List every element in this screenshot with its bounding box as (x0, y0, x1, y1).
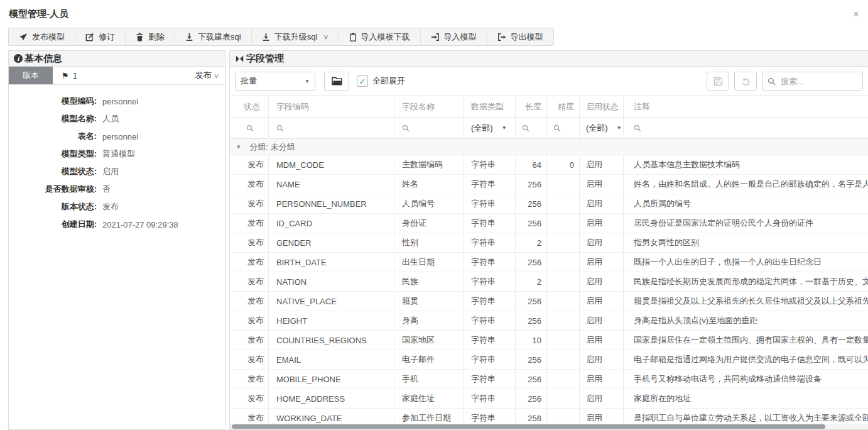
column-header-precision[interactable]: 精度 (547, 96, 580, 117)
table-row[interactable]: 发布 BIRTH_DATE 出生日期 字符串 256 启用 既指一个人出生的日子… (230, 253, 868, 272)
cell-field-name: 籍贯 (394, 292, 464, 311)
expand-all-checkbox[interactable]: ✓ 全部展开 (357, 75, 405, 87)
cell-field-name: 人员编号 (394, 194, 464, 213)
group-row-ungrouped[interactable]: ▾ 分组: 未分组 (230, 139, 868, 155)
info-field-value: 启用 (102, 166, 119, 177)
column-header-field-name[interactable]: 字段名称 (394, 96, 464, 117)
cell-enabled-status: 启用 (580, 233, 624, 252)
cell-comment: 身高是指从头顶点(v)至地面的垂距 (624, 311, 868, 330)
filter-precision[interactable] (547, 118, 580, 138)
table-row[interactable]: 发布 GENDER 性别 字符串 2 启用 指男女两性的区别 (230, 233, 868, 253)
filter-length[interactable] (516, 118, 547, 138)
download-icon (262, 33, 270, 41)
cell-comment: 手机号又称移动电话号，共同构成移动通信终端设备 (624, 370, 868, 389)
filter-enabled-status-select[interactable]: (全部) ▼ (580, 118, 624, 138)
cell-comment: 居民身份证是国家法定的证明公民个人身份的证件 (624, 214, 868, 233)
model-info-fields: 模型编码: personnel 模型名称: 人员 表名: personnel (9, 85, 225, 233)
cell-field-name: 主数据编码 (394, 155, 464, 174)
import-template-download-button[interactable]: 导入模板下载 (339, 28, 421, 45)
fields-icon (235, 55, 244, 63)
export-model-button[interactable]: 导出模型 (487, 28, 553, 45)
column-header-data-type[interactable]: 数据类型 (464, 96, 516, 117)
column-header-status[interactable]: 状态 (230, 96, 269, 117)
tab-version[interactable]: 版本 (9, 67, 53, 84)
cell-length: 256 (516, 253, 547, 272)
cell-field-name: 国家地区 (394, 331, 464, 350)
cell-field-name: 电子邮件 (394, 350, 464, 369)
delete-button[interactable]: 删除 (126, 28, 175, 45)
column-header-enabled-status[interactable]: 启用状态 (580, 96, 624, 117)
import-template-download-label: 导入模板下载 (361, 31, 410, 43)
table-row[interactable]: 发布 NATION 民族 字符串 2 启用 民族是指经长期历史发展而形成的稳定共… (230, 272, 868, 292)
cell-field-name: 手机 (394, 370, 464, 389)
folder-button[interactable] (324, 72, 349, 91)
column-header-comment[interactable]: 注释 (624, 96, 868, 117)
info-row: 模型类型: 普通模型 (9, 145, 225, 163)
cell-length: 256 (516, 389, 547, 408)
table-row[interactable]: 发布 HEIGHT 身高 字符串 256 启用 身高是指从头顶点(v)至地面的垂… (230, 311, 868, 331)
table-row[interactable]: 发布 PERSONNEL_NUMBER 人员编号 字符串 256 启用 人员所属… (230, 194, 868, 214)
cell-field-code: MDM_CODE (269, 155, 394, 174)
close-icon[interactable]: × (853, 9, 859, 19)
filter-field-code[interactable] (269, 118, 394, 138)
publish-model-button[interactable]: 发布模型 (9, 28, 75, 45)
chevron-down-icon: ∨ (213, 72, 219, 79)
table-row[interactable]: 发布 NATIVE_PLACE 籍贯 字符串 256 启用 籍贯是指祖父及以上父… (230, 292, 868, 311)
filter-status[interactable] (230, 118, 269, 138)
column-header-length[interactable]: 长度 (516, 96, 547, 117)
cell-comment: 民族是指经长期历史发展而形成的稳定共同体，一群基于历史、文化 (624, 272, 868, 291)
export-model-label: 导出模型 (511, 31, 543, 43)
horizontal-scrollbar-thumb[interactable] (232, 424, 825, 429)
download-icon (185, 33, 193, 41)
undo-icon (741, 77, 751, 86)
table-row[interactable]: 发布 EMAIL 电子邮件 字符串 256 启用 电子邮箱是指通过网络为用户提供… (230, 350, 868, 370)
caret-down-icon: ▼ (617, 125, 622, 131)
info-field-label: 模型类型: (9, 148, 97, 160)
revise-label: 修订 (99, 31, 115, 43)
horizontal-scrollbar[interactable] (230, 424, 868, 429)
undo-button[interactable] (734, 72, 757, 91)
cell-comment: 家庭所在的地址 (624, 389, 868, 408)
download-upgrade-sql-button[interactable]: 下载升级sql ∨ (252, 28, 339, 45)
field-management-title: 字段管理 (246, 53, 284, 65)
filter-data-type-select[interactable]: (全部) ▼ (464, 118, 516, 138)
column-header-field-code[interactable]: 字段编码 (269, 96, 394, 117)
table-row[interactable]: 发布 ID_CARD 身份证 字符串 256 启用 居民身份证是国家法定的证明公… (230, 214, 868, 233)
filter-field-name[interactable] (394, 118, 464, 138)
cell-enabled-status: 启用 (580, 311, 624, 330)
chevron-down-icon[interactable]: ∨ (323, 33, 329, 40)
table-row[interactable]: 发布 MDM_CODE 主数据编码 字符串 64 0 启用 人员基本信息主数据技… (230, 155, 868, 175)
cell-length: 64 (516, 155, 547, 174)
batch-select[interactable]: 批量 ▼ (235, 72, 315, 91)
search-icon (553, 124, 561, 132)
table-row[interactable]: 发布 MOBILE_PHONE 手机 字符串 256 启用 手机号又称移动电话号… (230, 370, 868, 389)
download-upgrade-sql-label: 下载升级sql (274, 31, 318, 43)
revise-button[interactable]: 修订 (75, 28, 126, 45)
info-field-label: 模型状态: (9, 166, 97, 177)
folder-icon (332, 77, 342, 85)
table-row[interactable]: 发布 HOME_ADDRESS 家庭住址 字符串 256 启用 家庭所在的地址 (230, 389, 868, 409)
cell-enabled-status: 启用 (580, 194, 624, 213)
version-number: 1 (73, 71, 77, 80)
save-button[interactable] (707, 72, 729, 91)
info-row: 版本状态: 发布 (9, 198, 225, 216)
table-row[interactable]: 发布 COUNTRIES_REGIONS 国家地区 字符串 10 启用 国家是指… (230, 331, 868, 350)
search-icon (276, 124, 284, 132)
table-row[interactable]: 发布 NAME 姓名 字符串 256 启用 姓名，由姓和名组成。人的姓一般是自己… (230, 175, 868, 194)
cell-enabled-status: 启用 (580, 272, 624, 291)
cell-comment: 指男女两性的区别 (624, 233, 868, 252)
cell-comment: 国家是指居住在一定领土范围内、拥有国家主权的、具有一定数量的 (624, 331, 868, 350)
search-input[interactable] (779, 76, 857, 87)
cell-status: 发布 (230, 253, 269, 272)
cell-length: 10 (516, 331, 547, 350)
download-create-sql-button[interactable]: 下载建表sql (175, 28, 252, 45)
import-model-button[interactable]: 导入模型 (421, 28, 487, 45)
cell-data-type: 字符串 (464, 350, 516, 369)
filter-comment[interactable] (624, 118, 868, 138)
version-status-dropdown[interactable]: 发布 ∨ (195, 70, 219, 81)
search-icon (522, 124, 529, 132)
cell-status: 发布 (230, 331, 269, 350)
delete-label: 删除 (148, 31, 165, 43)
cell-data-type: 字符串 (464, 272, 516, 291)
basic-info-panel: i 基本信息 版本 ⚑ 1 发布 ∨ 模型编码: personnel (8, 50, 225, 430)
